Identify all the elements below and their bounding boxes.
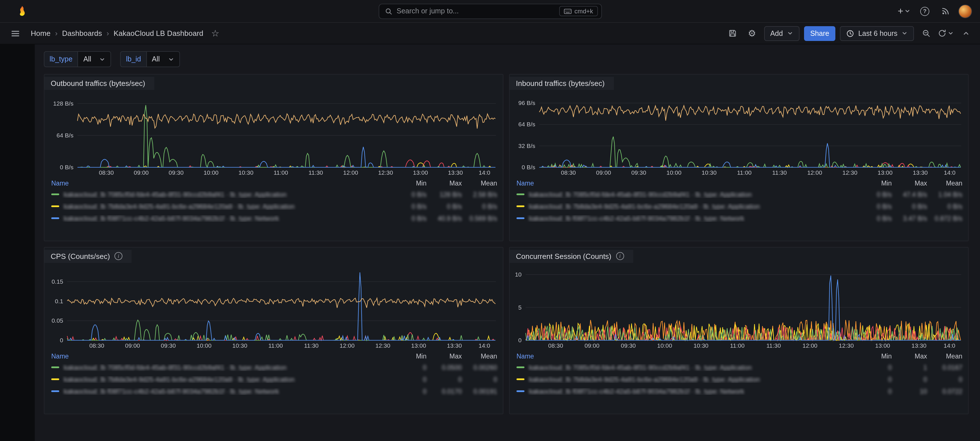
svg-text:09:00: 09:00 <box>125 342 140 349</box>
time-range-picker[interactable]: Last 6 hours <box>840 26 914 41</box>
svg-text:12:30: 12:30 <box>378 169 393 176</box>
timeseries-chart[interactable]: 0 B/s32 B/s64 B/s96 B/s08:3009:0009:3010… <box>512 91 966 176</box>
chart-canvas[interactable]: 0 B/s64 B/s128 B/s08:3009:0009:3010:0010… <box>47 91 501 176</box>
series-max: 0 B/s <box>426 203 462 210</box>
series-max: 0 B/s <box>892 203 927 210</box>
favorite-dashboard-button[interactable]: ☆ <box>208 26 223 41</box>
breadcrumb-current-dashboard[interactable]: KakaoCloud LB Dashboard <box>114 29 203 38</box>
series-mean: 0 <box>927 376 963 383</box>
help-button[interactable]: ? <box>917 4 932 19</box>
share-button[interactable]: Share <box>804 26 836 41</box>
legend-col-min[interactable]: Min <box>856 352 892 359</box>
legend-row[interactable]: kakaocloud_lb 7085cf0d-fde4-45ab-8f31-90… <box>517 361 963 373</box>
grafana-logo-icon[interactable] <box>16 5 28 17</box>
svg-text:13:30: 13:30 <box>913 169 928 176</box>
series-mean: 0 <box>462 376 497 383</box>
time-zoom-out-button[interactable] <box>918 26 933 41</box>
legend-row[interactable]: kakaocloud_lb 7b8da3e4-9d25-4a91-bc6e-a2… <box>517 373 963 385</box>
panel-title[interactable]: Concurrent Session (Counts) <box>516 252 611 260</box>
legend-col-name[interactable]: Name <box>517 179 856 186</box>
news-button[interactable] <box>938 4 953 19</box>
collapse-toolbar-button[interactable] <box>958 26 973 41</box>
legend-col-mean[interactable]: Mean <box>462 179 497 186</box>
chevron-down-icon <box>901 30 908 36</box>
legend-col-mean[interactable]: Mean <box>462 352 497 359</box>
series-color-swatch <box>517 390 525 392</box>
add-panel-button[interactable]: Add <box>764 26 800 41</box>
legend-col-name[interactable]: Name <box>51 352 391 359</box>
svg-text:08:30: 08:30 <box>548 342 563 349</box>
svg-text:09:00: 09:00 <box>596 169 611 176</box>
legend-col-min[interactable]: Min <box>856 179 892 186</box>
legend-row[interactable]: kakaocloud_lb 7085cf0d-fde4-45ab-8f31-90… <box>51 361 497 373</box>
legend-col-max[interactable]: Max <box>892 179 927 186</box>
svg-text:0: 0 <box>60 337 63 343</box>
legend-row[interactable]: kakaocloud_lb 7b8da3e4-9d25-4a91-bc6e-a2… <box>517 200 963 212</box>
series-max: 1 <box>892 364 927 371</box>
new-menu-button[interactable]: + <box>897 4 912 19</box>
series-mean: 0.0722 <box>927 388 963 395</box>
svg-text:0 B/s: 0 B/s <box>522 164 535 170</box>
breadcrumb-dashboards[interactable]: Dashboards <box>62 29 102 38</box>
variable-value-dropdown[interactable]: All <box>78 51 111 67</box>
legend-col-min[interactable]: Min <box>391 352 426 359</box>
series-color-swatch <box>51 366 59 368</box>
refresh-button[interactable] <box>938 26 954 41</box>
panel-title[interactable]: CPS (Counts/sec) <box>51 252 110 260</box>
svg-text:13:00: 13:00 <box>413 169 428 176</box>
series-name: kakaocloud_lb f08f71cc-c4b2-42a5-b87f-90… <box>64 215 279 222</box>
svg-text:08:30: 08:30 <box>89 342 105 349</box>
svg-text:09:00: 09:00 <box>134 169 149 176</box>
save-dashboard-button[interactable] <box>725 26 740 41</box>
dashboard-canvas: lb_type All lb_id All Outbound <box>35 44 980 441</box>
panel-title[interactable]: Outbound traffics (bytes/sec) <box>51 79 145 87</box>
chevron-down-icon <box>168 56 174 62</box>
legend-col-name[interactable]: Name <box>517 352 856 359</box>
legend-row[interactable]: kakaocloud_lb 7b8da3e4-9d25-4a91-bc6e-a2… <box>51 373 497 385</box>
series-max: 128 B/s <box>426 191 462 198</box>
series-mean: 0 B/s <box>462 203 497 210</box>
panel-title[interactable]: Inbound traffics (bytes/sec) <box>516 79 605 87</box>
svg-text:11:30: 11:30 <box>304 342 318 349</box>
svg-text:13:30: 13:30 <box>447 342 462 349</box>
info-icon[interactable]: i <box>115 252 123 260</box>
legend-row[interactable]: kakaocloud_lb 7085cf0d-fde4-45ab-8f31-90… <box>51 188 497 200</box>
svg-text:11:00: 11:00 <box>274 169 288 176</box>
legend-col-max[interactable]: Max <box>426 352 462 359</box>
legend-col-mean[interactable]: Mean <box>927 179 963 186</box>
legend-rows: kakaocloud_lb 7085cf0d-fde4-45ab-8f31-90… <box>51 361 497 397</box>
save-icon <box>728 29 737 38</box>
chart-canvas[interactable]: 00.050.10.1508:3009:0009:3010:0010:3011:… <box>47 264 501 349</box>
timeseries-chart[interactable]: 0 B/s64 B/s128 B/s08:3009:0009:3010:0010… <box>47 91 501 176</box>
mega-menu-button[interactable] <box>8 26 23 41</box>
panel-legend: Name Min Max Mean kakaocloud_lb 7085cf0d… <box>510 349 968 414</box>
search-placeholder: Search or jump to... <box>397 7 459 15</box>
info-icon[interactable]: i <box>616 252 624 260</box>
svg-text:0: 0 <box>518 337 522 343</box>
user-avatar[interactable] <box>958 4 972 18</box>
breadcrumb-home[interactable]: Home <box>31 29 50 38</box>
legend-row[interactable]: kakaocloud_lb f08f71cc-c4b2-42a5-b87f-90… <box>51 212 497 224</box>
legend-col-name[interactable]: Name <box>51 179 391 186</box>
variable-value-dropdown[interactable]: All <box>146 51 180 67</box>
series-min: 0 B/s <box>856 191 892 198</box>
chart-canvas[interactable]: 0 B/s32 B/s64 B/s96 B/s08:3009:0009:3010… <box>512 91 966 176</box>
legend-col-max[interactable]: Max <box>426 179 462 186</box>
chart-canvas[interactable]: 051008:3009:0009:3010:0010:3011:0011:301… <box>512 264 966 349</box>
timeseries-chart[interactable]: 051008:3009:0009:3010:0010:3011:0011:301… <box>512 264 966 349</box>
svg-text:10:00: 10:00 <box>657 342 672 349</box>
legend-row[interactable]: kakaocloud_lb f08f71cc-c4b2-42a5-b87f-90… <box>517 385 963 397</box>
svg-text:08:30: 08:30 <box>561 169 576 176</box>
legend-row[interactable]: kakaocloud_lb 7b8da3e4-9d25-4a91-bc6e-a2… <box>51 200 497 212</box>
legend-row[interactable]: kakaocloud_lb f08f71cc-c4b2-42a5-b87f-90… <box>517 212 963 224</box>
timeseries-chart[interactable]: 00.050.10.1508:3009:0009:3010:0010:3011:… <box>47 264 501 349</box>
legend-row[interactable]: kakaocloud_lb f08f71cc-c4b2-42a5-b87f-90… <box>51 385 497 397</box>
legend-col-max[interactable]: Max <box>892 352 927 359</box>
legend-col-min[interactable]: Min <box>391 179 426 186</box>
dashboard-settings-button[interactable]: ⚙ <box>745 26 759 41</box>
series-mean: 0.569 B/s <box>462 215 497 222</box>
search-input[interactable]: Search or jump to... cmd+k <box>379 3 601 19</box>
legend-row[interactable]: kakaocloud_lb 7085cf0d-fde4-45ab-8f31-90… <box>517 188 963 200</box>
svg-text:11:00: 11:00 <box>737 169 752 176</box>
legend-col-mean[interactable]: Mean <box>927 352 963 359</box>
